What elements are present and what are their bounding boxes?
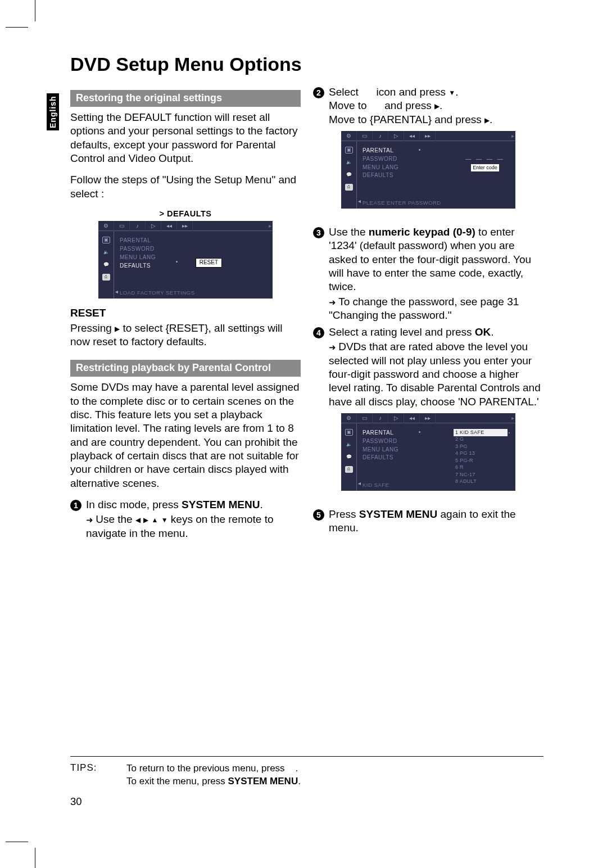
osd-side-nav: ▣ 🔈 💬 ⎙ [341, 423, 357, 491]
osd-tab-icon: ⚙ [341, 413, 357, 423]
osd-side-icon: 🔈 [345, 159, 353, 166]
step-5: 5 Press SYSTEM MENU again to exit the me… [313, 508, 543, 535]
tips-footer: TIPS: To return to the previous menu, pr… [70, 756, 543, 788]
osd-level: 7 NC-17 [454, 471, 508, 478]
osd-value-box: RESET [196, 258, 222, 268]
osd-side-icon-selected: ⎙ [345, 184, 353, 191]
osd-rating-levels: 1 KID SAFE 2 G 3 PG 4 PG 13 5 PG-R 6 R 7… [454, 429, 508, 485]
osd-side-icon: 🔈 [102, 249, 110, 256]
page-number: 30 [70, 795, 82, 808]
osd-tab-icon: ▸▸ [177, 221, 193, 231]
osd-enter-code-label: Enter code [471, 164, 499, 172]
osd-level: 6 R [454, 464, 508, 472]
manual-page: English DVD Setup Menu Options Restoring… [0, 0, 607, 868]
section-header-restore: Restoring the original settings [70, 90, 301, 107]
osd-menu-list: PARENTAL PASSWORD MENU LANG DEFAULTS RES… [114, 231, 273, 299]
crop-mark [35, 0, 35, 21]
crop-mark [6, 842, 28, 842]
osd-level: 8 ADULT [454, 478, 508, 486]
osd-screenshot-levels: ⚙ ▭ ♪ ▷ ◂◂ ▸▸ ▸ ▣ 🔈 💬 ⎙ PAR [341, 413, 515, 491]
osd-menu-item: PARENTAL [120, 237, 269, 245]
page-title: DVD Setup Menu Options [70, 53, 302, 75]
osd-side-icon: ▣ [345, 429, 353, 436]
paragraph: Follow the steps of "Using the Setup Men… [70, 173, 301, 201]
subsection-heading: RESET [70, 306, 301, 320]
osd-menu-item: MENU LANG [120, 254, 269, 262]
step-3: 3 Use the numeric keypad (0-9) to enter … [313, 225, 543, 322]
osd-menu-item: DEFAULTS [363, 171, 512, 180]
osd-tab-icon: ⚙ [341, 131, 357, 141]
osd-level-selected: 1 KID SAFE [454, 429, 508, 436]
osd-footer-text: LOAD FACTORY SETTINGS [120, 290, 195, 296]
osd-tab-icon: ▭ [357, 413, 373, 423]
step-substep: DVDs that are rated above the level you … [329, 340, 543, 409]
osd-top-tabs: ⚙ ▭ ♪ ▷ ◂◂ ▸▸ ▸ [341, 413, 515, 423]
left-column: Restoring the original settings Setting … [70, 90, 301, 544]
osd-menu-item-selected: DEFAULTS [120, 262, 269, 270]
osd-side-icon: 💬 [345, 454, 353, 460]
osd-tab-icon: ▭ [114, 221, 130, 231]
osd-tab-icon: ♪ [373, 131, 388, 141]
osd-side-icon-selected: ⎙ [345, 466, 353, 473]
left-arrow-icon [135, 513, 141, 525]
osd-top-tabs: ⚙ ▭ ♪ ▷ ◂◂ ▸▸ ▸ [341, 131, 515, 141]
tips-text: To return to the previous menu, press . … [126, 762, 543, 788]
osd-side-icon: 💬 [345, 171, 353, 178]
osd-tab-icon: ▷ [146, 221, 161, 231]
step-substep: To change the password, see page 31 "Cha… [329, 295, 543, 323]
osd-level: 4 PG 13 [454, 450, 508, 458]
osd-tab-icon: ▸▸ [420, 413, 436, 423]
osd-tab-icon: ▸▸ [420, 131, 436, 141]
osd-level: 2 G [454, 436, 508, 444]
crop-mark [6, 27, 28, 28]
osd-back-arrow-icon: ◂ [358, 480, 361, 487]
osd-code-entry: — — — — Enter code [465, 156, 505, 171]
step-badge: 3 [313, 227, 324, 238]
up-arrow-icon [152, 513, 158, 525]
osd-caption: > DEFAULTS [70, 209, 301, 219]
osd-pointer-icon [419, 431, 420, 433]
osd-side-icon: ▣ [345, 147, 353, 153]
osd-footer-text: KID SAFE [363, 482, 389, 489]
paragraph: Setting the DEFAULT function will reset … [70, 111, 301, 165]
osd-side-icon: 💬 [102, 261, 110, 268]
step-badge: 1 [70, 500, 81, 511]
osd-side-icon: 🔈 [345, 441, 353, 448]
step-4: 4 Select a rating level and press OK. DV… [313, 326, 543, 409]
osd-menu-item: PASSWORD [120, 245, 269, 254]
osd-tab-icon: ♪ [130, 221, 146, 231]
tips-label: TIPS: [70, 762, 126, 788]
right-arrow-icon [115, 322, 120, 334]
down-arrow-icon [161, 513, 168, 525]
osd-side-nav: ▣ 🔈 💬 ⎙ [341, 141, 357, 209]
osd-screenshot-password: ⚙ ▭ ♪ ▷ ◂◂ ▸▸ ▸ ▣ 🔈 💬 ⎙ PAR [341, 131, 515, 209]
step-2: 2 Select icon and press . Move to and pr… [313, 85, 543, 126]
osd-back-arrow-icon: ◂ [115, 288, 118, 296]
paragraph: Some DVDs may have a parental level assi… [70, 381, 301, 490]
osd-pointer-icon [419, 149, 420, 151]
osd-tab-icon: ⚙ [98, 221, 114, 231]
osd-tab-icon: ▷ [388, 413, 404, 423]
osd-tab-icon: ▷ [388, 131, 404, 141]
osd-tab-icon: ▭ [357, 131, 373, 141]
osd-side-nav: ▣ 🔈 💬 ⎙ [98, 231, 114, 299]
osd-tab-icon: ◂◂ [404, 131, 420, 141]
osd-screenshot-defaults: ⚙ ▭ ♪ ▷ ◂◂ ▸▸ ▸ ▣ 🔈 💬 ⎙ PARENTAL PASSWOR… [98, 221, 273, 299]
step-badge: 2 [313, 87, 324, 98]
osd-footer-text: PLEASE ENTER PASSWORD [363, 200, 441, 206]
osd-side-icon-selected: ⎙ [102, 274, 110, 281]
osd-tab-arrow-icon: ▸ [436, 413, 515, 423]
step-substep: Use the keys on the remote to navigate i… [86, 513, 301, 540]
step-1: 1 In disc mode, press SYSTEM MENU. Use t… [70, 498, 301, 540]
osd-level: 5 PG-R [454, 457, 508, 464]
step-badge: 5 [313, 509, 324, 521]
osd-tab-icon: ◂◂ [404, 413, 420, 423]
osd-tab-arrow-icon: ▸ [193, 221, 273, 231]
osd-tab-icon: ♪ [373, 413, 388, 423]
osd-side-icon: ▣ [102, 237, 110, 243]
osd-pointer-icon [509, 432, 510, 433]
down-arrow-icon [449, 86, 455, 98]
paragraph: Pressing to select {RESET}, all settings… [70, 322, 301, 349]
osd-menu-item-selected: PARENTAL [363, 147, 512, 155]
osd-tab-icon: ◂◂ [161, 221, 177, 231]
